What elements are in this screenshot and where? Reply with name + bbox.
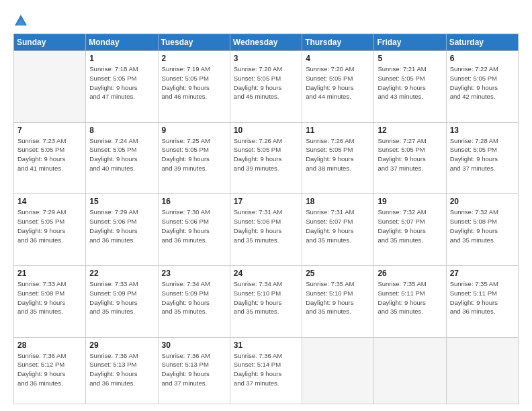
- calendar-cell: [446, 337, 518, 404]
- day-info: Sunrise: 7:29 AMSunset: 5:06 PMDaylight:…: [89, 208, 154, 244]
- day-number: 2: [162, 54, 226, 63]
- calendar-cell: 15Sunrise: 7:29 AMSunset: 5:06 PMDayligh…: [86, 194, 158, 266]
- calendar-cell: 21Sunrise: 7:33 AMSunset: 5:08 PMDayligh…: [14, 266, 86, 338]
- day-info: Sunrise: 7:21 AMSunset: 5:05 PMDaylight:…: [378, 64, 442, 101]
- week-row-1: 1Sunrise: 7:18 AMSunset: 5:05 PMDaylight…: [14, 51, 519, 123]
- day-info: Sunrise: 7:36 AMSunset: 5:13 PMDaylight:…: [162, 351, 226, 388]
- calendar-cell: 30Sunrise: 7:36 AMSunset: 5:13 PMDayligh…: [158, 337, 230, 404]
- day-info: Sunrise: 7:33 AMSunset: 5:08 PMDaylight:…: [17, 279, 82, 316]
- day-info: Sunrise: 7:27 AMSunset: 5:05 PMDaylight:…: [378, 136, 442, 173]
- day-info: Sunrise: 7:35 AMSunset: 5:10 PMDaylight:…: [306, 279, 370, 316]
- calendar-cell: 16Sunrise: 7:30 AMSunset: 5:06 PMDayligh…: [158, 194, 230, 266]
- day-number: 27: [450, 269, 515, 278]
- day-info: Sunrise: 7:20 AMSunset: 5:05 PMDaylight:…: [306, 64, 370, 101]
- day-info: Sunrise: 7:24 AMSunset: 5:05 PMDaylight:…: [89, 136, 154, 173]
- day-info: Sunrise: 7:36 AMSunset: 5:13 PMDaylight:…: [89, 351, 154, 388]
- day-info: Sunrise: 7:26 AMSunset: 5:05 PMDaylight:…: [234, 136, 298, 173]
- day-number: 30: [162, 340, 226, 350]
- day-info: Sunrise: 7:36 AMSunset: 5:12 PMDaylight:…: [17, 351, 82, 388]
- calendar-cell: 3Sunrise: 7:20 AMSunset: 5:05 PMDaylight…: [230, 51, 302, 123]
- day-number: 31: [234, 340, 298, 350]
- day-info: Sunrise: 7:31 AMSunset: 5:06 PMDaylight:…: [234, 208, 298, 244]
- calendar-cell: 14Sunrise: 7:29 AMSunset: 5:05 PMDayligh…: [14, 194, 86, 266]
- day-number: 5: [378, 54, 442, 63]
- calendar-cell: 1Sunrise: 7:18 AMSunset: 5:05 PMDaylight…: [86, 51, 158, 123]
- day-number: 19: [378, 197, 442, 206]
- day-info: Sunrise: 7:29 AMSunset: 5:05 PMDaylight:…: [17, 208, 82, 244]
- calendar-cell: 10Sunrise: 7:26 AMSunset: 5:05 PMDayligh…: [230, 122, 302, 194]
- day-info: Sunrise: 7:20 AMSunset: 5:05 PMDaylight:…: [234, 64, 298, 101]
- calendar-cell: 6Sunrise: 7:22 AMSunset: 5:05 PMDaylight…: [446, 51, 518, 123]
- calendar-cell: 17Sunrise: 7:31 AMSunset: 5:06 PMDayligh…: [230, 194, 302, 266]
- header-day-wednesday: Wednesday: [230, 34, 302, 51]
- logo-icon: [13, 13, 28, 28]
- calendar-cell: 26Sunrise: 7:35 AMSunset: 5:11 PMDayligh…: [374, 266, 446, 338]
- day-number: 3: [234, 54, 298, 63]
- calendar-cell: 27Sunrise: 7:35 AMSunset: 5:11 PMDayligh…: [446, 266, 518, 338]
- week-row-5: 28Sunrise: 7:36 AMSunset: 5:12 PMDayligh…: [14, 337, 519, 404]
- calendar-cell: [14, 51, 86, 123]
- day-info: Sunrise: 7:22 AMSunset: 5:05 PMDaylight:…: [450, 64, 515, 101]
- day-number: 26: [378, 269, 442, 278]
- calendar-cell: 18Sunrise: 7:31 AMSunset: 5:07 PMDayligh…: [302, 194, 374, 266]
- calendar-cell: 22Sunrise: 7:33 AMSunset: 5:09 PMDayligh…: [86, 266, 158, 338]
- week-row-2: 7Sunrise: 7:23 AMSunset: 5:05 PMDaylight…: [14, 122, 519, 194]
- calendar-cell: 12Sunrise: 7:27 AMSunset: 5:05 PMDayligh…: [374, 122, 446, 194]
- calendar-cell: 24Sunrise: 7:34 AMSunset: 5:10 PMDayligh…: [230, 266, 302, 338]
- calendar-cell: 11Sunrise: 7:26 AMSunset: 5:05 PMDayligh…: [302, 122, 374, 194]
- day-number: 7: [17, 126, 82, 135]
- calendar-cell: 23Sunrise: 7:34 AMSunset: 5:09 PMDayligh…: [158, 266, 230, 338]
- calendar-cell: 13Sunrise: 7:28 AMSunset: 5:05 PMDayligh…: [446, 122, 518, 194]
- calendar-cell: 4Sunrise: 7:20 AMSunset: 5:05 PMDaylight…: [302, 51, 374, 123]
- calendar-cell: 29Sunrise: 7:36 AMSunset: 5:13 PMDayligh…: [86, 337, 158, 404]
- calendar-cell: [302, 337, 374, 404]
- calendar-cell: 9Sunrise: 7:25 AMSunset: 5:05 PMDaylight…: [158, 122, 230, 194]
- calendar-cell: 7Sunrise: 7:23 AMSunset: 5:05 PMDaylight…: [14, 122, 86, 194]
- page: SundayMondayTuesdayWednesdayThursdayFrid…: [0, 0, 532, 411]
- day-info: Sunrise: 7:28 AMSunset: 5:05 PMDaylight:…: [450, 136, 515, 173]
- day-info: Sunrise: 7:25 AMSunset: 5:05 PMDaylight:…: [162, 136, 226, 173]
- day-number: 8: [89, 126, 154, 135]
- day-number: 9: [162, 126, 226, 135]
- calendar-cell: [374, 337, 446, 404]
- header: [13, 11, 519, 28]
- calendar-table: SundayMondayTuesdayWednesdayThursdayFrid…: [13, 34, 519, 404]
- day-info: Sunrise: 7:19 AMSunset: 5:05 PMDaylight:…: [162, 64, 226, 101]
- day-number: 21: [17, 269, 82, 278]
- day-number: 4: [306, 54, 370, 63]
- calendar-cell: 20Sunrise: 7:32 AMSunset: 5:08 PMDayligh…: [446, 194, 518, 266]
- day-info: Sunrise: 7:23 AMSunset: 5:05 PMDaylight:…: [17, 136, 82, 173]
- day-number: 29: [89, 340, 154, 350]
- day-info: Sunrise: 7:30 AMSunset: 5:06 PMDaylight:…: [162, 208, 226, 244]
- day-number: 16: [162, 197, 226, 206]
- day-info: Sunrise: 7:34 AMSunset: 5:10 PMDaylight:…: [234, 279, 298, 316]
- day-info: Sunrise: 7:32 AMSunset: 5:07 PMDaylight:…: [378, 208, 442, 244]
- day-number: 22: [89, 269, 154, 278]
- header-day-tuesday: Tuesday: [158, 34, 230, 51]
- day-info: Sunrise: 7:33 AMSunset: 5:09 PMDaylight:…: [89, 279, 154, 316]
- day-info: Sunrise: 7:18 AMSunset: 5:05 PMDaylight:…: [89, 64, 154, 101]
- day-info: Sunrise: 7:36 AMSunset: 5:14 PMDaylight:…: [234, 351, 298, 388]
- day-number: 11: [306, 126, 370, 135]
- day-number: 17: [234, 197, 298, 206]
- day-number: 6: [450, 54, 515, 63]
- calendar-cell: 31Sunrise: 7:36 AMSunset: 5:14 PMDayligh…: [230, 337, 302, 404]
- day-number: 12: [378, 126, 442, 135]
- header-row: SundayMondayTuesdayWednesdayThursdayFrid…: [14, 34, 519, 51]
- calendar-cell: 5Sunrise: 7:21 AMSunset: 5:05 PMDaylight…: [374, 51, 446, 123]
- day-info: Sunrise: 7:26 AMSunset: 5:05 PMDaylight:…: [306, 136, 370, 173]
- calendar-cell: 19Sunrise: 7:32 AMSunset: 5:07 PMDayligh…: [374, 194, 446, 266]
- day-info: Sunrise: 7:32 AMSunset: 5:08 PMDaylight:…: [450, 208, 515, 244]
- week-row-3: 14Sunrise: 7:29 AMSunset: 5:05 PMDayligh…: [14, 194, 519, 266]
- day-info: Sunrise: 7:31 AMSunset: 5:07 PMDaylight:…: [306, 208, 370, 244]
- header-day-sunday: Sunday: [14, 34, 86, 51]
- logo: [13, 13, 31, 28]
- header-day-monday: Monday: [86, 34, 158, 51]
- day-number: 1: [89, 54, 154, 63]
- day-number: 14: [17, 197, 82, 206]
- calendar-cell: 8Sunrise: 7:24 AMSunset: 5:05 PMDaylight…: [86, 122, 158, 194]
- day-number: 20: [450, 197, 515, 206]
- week-row-4: 21Sunrise: 7:33 AMSunset: 5:08 PMDayligh…: [14, 266, 519, 338]
- day-number: 25: [306, 269, 370, 278]
- day-info: Sunrise: 7:34 AMSunset: 5:09 PMDaylight:…: [162, 279, 226, 316]
